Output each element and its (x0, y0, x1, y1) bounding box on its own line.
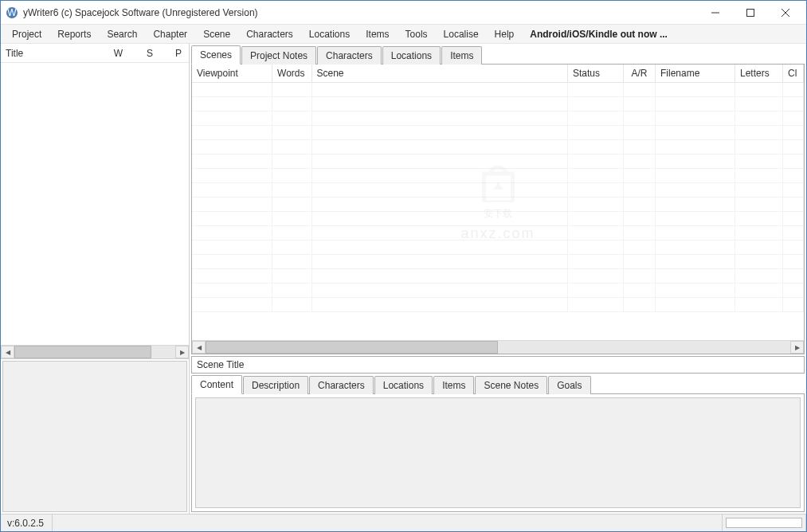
menu-items[interactable]: Items (358, 25, 397, 43)
scene-title-readonly: Scene Title (191, 356, 805, 374)
chapter-list: Title W S P ◀ ▶ (1, 44, 189, 359)
chapter-header: Title W S P (1, 44, 189, 63)
tab-locations[interactable]: Locations (382, 46, 441, 65)
chapter-hscroll-left[interactable]: ◀ (1, 346, 14, 358)
table-row[interactable] (192, 226, 804, 241)
tab-locations-b[interactable]: Locations (374, 376, 433, 394)
table-row[interactable] (192, 155, 804, 169)
window-controls (698, 1, 803, 24)
window-title: yWriter6 (c) Spacejock Software (Unregis… (23, 7, 698, 18)
table-row[interactable] (192, 111, 804, 126)
tab-scenes[interactable]: Scenes (191, 45, 241, 65)
menu-reports[interactable]: Reports (49, 25, 99, 43)
chapter-header-title[interactable]: Title (1, 45, 98, 62)
scene-grid-body[interactable] (192, 83, 804, 312)
menubar: Project Reports Search Chapter Scene Cha… (1, 25, 806, 44)
menu-locations[interactable]: Locations (301, 25, 358, 43)
scene-col-cl[interactable]: Cl (783, 65, 804, 83)
chapter-hscroll-track[interactable] (14, 346, 175, 358)
scene-hscrollbar[interactable]: ◀ ▶ (192, 340, 804, 354)
table-row[interactable] (192, 83, 804, 97)
table-row[interactable] (192, 269, 804, 284)
chapter-detail-panel (2, 361, 187, 512)
menu-characters[interactable]: Characters (238, 25, 301, 43)
top-tabs: Scenes Project Notes Characters Location… (191, 45, 805, 65)
chapter-header-w[interactable]: W (98, 45, 128, 62)
menu-chapter[interactable]: Chapter (145, 25, 195, 43)
menu-help[interactable]: Help (487, 25, 523, 43)
scene-col-status[interactable]: Status (568, 65, 624, 83)
status-progress-bar (726, 518, 802, 528)
tab-items[interactable]: Items (441, 46, 482, 65)
table-row[interactable] (192, 198, 804, 212)
scene-col-words[interactable]: Words (272, 65, 311, 83)
content-editor[interactable] (195, 397, 801, 508)
tab-scene-notes[interactable]: Scene Notes (475, 376, 547, 394)
right-panel: Scenes Project Notes Characters Location… (190, 44, 806, 514)
tab-items-b[interactable]: Items (433, 376, 474, 394)
tab-characters[interactable]: Characters (317, 46, 382, 65)
close-button[interactable] (768, 1, 803, 24)
app-icon: W (6, 6, 18, 19)
tab-characters-b[interactable]: Characters (309, 376, 374, 394)
bottom-tabs: Content Description Characters Locations… (191, 375, 805, 394)
scene-grid[interactable]: Viewpoint Words Scene Status A/R Filenam… (192, 65, 804, 340)
tab-goals[interactable]: Goals (548, 376, 590, 394)
scene-hscroll-left[interactable]: ◀ (192, 341, 206, 354)
table-row[interactable] (192, 169, 804, 183)
status-progress-cell (723, 514, 806, 531)
chapter-hscroll-thumb[interactable] (14, 346, 151, 358)
table-row[interactable] (192, 126, 804, 140)
tab-project-notes[interactable]: Project Notes (241, 46, 316, 65)
menu-promo[interactable]: Android/iOS/Kindle out now ... (522, 25, 676, 43)
scene-hscroll-right[interactable]: ▶ (790, 341, 804, 354)
scene-col-letters[interactable]: Letters (735, 65, 783, 83)
scene-col-scene[interactable]: Scene (311, 65, 568, 83)
tab-description[interactable]: Description (243, 376, 308, 394)
titlebar: W yWriter6 (c) Spacejock Software (Unreg… (1, 1, 806, 25)
scene-col-ar[interactable]: A/R (624, 65, 656, 83)
menu-search[interactable]: Search (99, 25, 145, 43)
table-row[interactable] (192, 241, 804, 255)
svg-text:W: W (7, 7, 17, 18)
scene-col-viewpoint[interactable]: Viewpoint (192, 65, 272, 83)
chapter-header-s[interactable]: S (128, 45, 159, 62)
table-row[interactable] (192, 212, 804, 226)
table-row[interactable] (192, 298, 804, 312)
menu-localise[interactable]: Localise (436, 25, 487, 43)
chapter-hscroll-right[interactable]: ▶ (175, 346, 189, 358)
content-area (191, 394, 805, 512)
content-row: Title W S P ◀ ▶ Scenes Project Notes Cha… (1, 44, 806, 514)
status-spacer (53, 514, 723, 531)
svg-rect-3 (747, 9, 754, 16)
statusbar: v:6.0.2.5 (1, 514, 806, 531)
menu-tools[interactable]: Tools (398, 25, 436, 43)
chapter-header-p[interactable]: P (159, 45, 189, 62)
maximize-button[interactable] (733, 1, 768, 24)
table-row[interactable] (192, 97, 804, 111)
scene-col-filename[interactable]: Filename (656, 65, 735, 83)
menu-project[interactable]: Project (4, 25, 49, 43)
table-row[interactable] (192, 255, 804, 269)
status-version: v:6.0.2.5 (1, 514, 53, 531)
chapter-list-body[interactable] (1, 63, 189, 345)
menu-scene[interactable]: Scene (195, 25, 238, 43)
minimize-button[interactable] (698, 1, 733, 24)
left-panel: Title W S P ◀ ▶ (1, 44, 190, 514)
table-row[interactable] (192, 284, 804, 298)
scene-grid-wrap: Viewpoint Words Scene Status A/R Filenam… (191, 65, 805, 354)
scene-hscroll-thumb[interactable] (206, 341, 498, 354)
tab-content[interactable]: Content (191, 375, 242, 394)
chapter-hscrollbar[interactable]: ◀ ▶ (1, 345, 189, 358)
scene-hscroll-track[interactable] (206, 341, 790, 354)
table-row[interactable] (192, 183, 804, 198)
table-row[interactable] (192, 140, 804, 155)
